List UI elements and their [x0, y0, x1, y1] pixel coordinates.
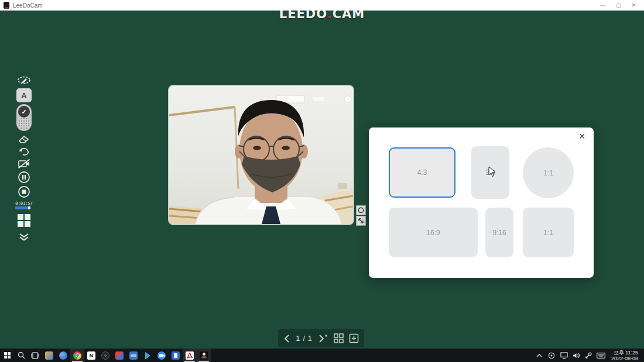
shape-handle-icon[interactable]	[356, 205, 366, 215]
pause-icon[interactable]	[16, 171, 32, 184]
maximize-button[interactable]: ▢	[616, 2, 621, 8]
page-grid-icon[interactable]	[334, 333, 344, 343]
aspect-option-16-9[interactable]: 16:9	[389, 208, 478, 257]
resize-handle-icon[interactable]	[356, 216, 366, 226]
search-icon[interactable]	[14, 349, 28, 362]
brush-opacity-group: ✓	[16, 104, 32, 131]
add-page-icon[interactable]	[349, 333, 359, 343]
taskbar-app-media-player[interactable]	[141, 349, 155, 362]
notion-letter: N	[90, 353, 94, 358]
recording-timer: 0:01:57	[15, 201, 33, 209]
taskbar-app-blue[interactable]	[169, 349, 183, 362]
tray-link-icon[interactable]	[583, 349, 594, 362]
leedocam-app-window: LeeDoCam — ▢ ✕ LEEDO.CAM A ✓	[0, 0, 644, 362]
task-view-icon[interactable]	[28, 349, 42, 362]
pen-rotate-icon[interactable]	[16, 74, 32, 87]
aspect-option-label: 16:9	[426, 229, 440, 237]
eraser-icon[interactable]	[16, 133, 32, 144]
left-toolbar: A ✓ 0:01:57	[16, 74, 32, 242]
taskbar-app-blue-sphere[interactable]	[56, 349, 70, 362]
taskbar-app-fan[interactable]	[98, 349, 112, 362]
windows-taskbar: N	[0, 349, 644, 362]
page-navigation-bar: 1 / 1	[278, 329, 364, 347]
halftone-icon[interactable]	[18, 118, 30, 129]
taskbar-app-zoom[interactable]	[155, 349, 169, 362]
logo-dot: .	[327, 11, 333, 21]
aspect-option-3-4[interactable]: 3:4	[471, 146, 509, 199]
aspect-option-label: 1:1	[543, 169, 553, 177]
start-button[interactable]	[0, 349, 14, 362]
aspect-option-label: 9:16	[492, 229, 506, 237]
logo-right: CAM	[333, 11, 365, 21]
aspect-option-4-3[interactable]: 4:3	[389, 147, 455, 198]
close-button[interactable]: ✕	[631, 2, 636, 8]
webcam-video[interactable]	[168, 85, 354, 225]
main-canvas: LEEDO.CAM A ✓	[0, 11, 644, 349]
window-title: LeeDoCam	[13, 2, 43, 9]
aspect-option-9-16[interactable]: 9:16	[485, 208, 513, 257]
logo-left: LEEDO	[279, 11, 327, 21]
minimize-button[interactable]: —	[600, 2, 605, 8]
tray-volume-icon[interactable]	[571, 349, 582, 362]
clock-date: 2022-08-08	[611, 356, 638, 361]
text-tool-label: A	[21, 91, 26, 100]
taskbar-app-media-folder[interactable]	[126, 349, 141, 362]
undo-icon[interactable]	[16, 146, 32, 157]
prev-page-icon[interactable]	[283, 334, 290, 343]
taskbar-app-acrobat[interactable]	[183, 349, 197, 362]
taskbar-clock[interactable]: 오후 11:25 2022-08-08	[608, 350, 642, 361]
check-glyph: ✓	[21, 108, 26, 116]
taskbar-app-notion[interactable]: N	[84, 349, 98, 362]
aspect-ratio-dialog: ✕ 4:3 3:4 1:1 16:9 9:16 1:1	[369, 127, 594, 278]
tray-keyboard-icon[interactable]	[595, 349, 607, 362]
stop-icon[interactable]	[16, 185, 32, 198]
aspect-option-1-1-circle[interactable]: 1:1	[523, 147, 574, 198]
taskbar-app-chrome[interactable]	[70, 349, 84, 362]
dialog-close-icon[interactable]: ✕	[577, 130, 587, 142]
camera-off-icon[interactable]	[16, 158, 32, 169]
text-tool-button[interactable]: A	[16, 88, 32, 102]
taskbar-app-movie[interactable]	[112, 349, 126, 362]
collapse-icon[interactable]	[16, 232, 32, 242]
next-page-icon[interactable]	[318, 334, 328, 343]
taskbar-app-paint[interactable]	[42, 349, 56, 362]
aspect-option-label: 1:1	[543, 229, 553, 237]
tray-security-icon[interactable]	[546, 349, 557, 362]
page-indicator: 1 / 1	[296, 335, 312, 343]
leedocam-logo: LEEDO.CAM	[279, 11, 365, 21]
hidden-icons-chevron[interactable]	[534, 349, 545, 362]
check-icon[interactable]: ✓	[18, 106, 30, 118]
webcam-feed-image	[169, 86, 353, 224]
clock-time: 오후 11:25	[611, 350, 638, 356]
app-icon	[4, 2, 9, 9]
aspect-option-label: 4:3	[417, 168, 427, 177]
aspect-option-label: 3:4	[485, 168, 495, 177]
audio-level-bar	[15, 206, 33, 209]
tray-display-icon[interactable]	[559, 349, 570, 362]
taskbar-app-leedocam[interactable]	[197, 349, 211, 362]
video-handle-group	[356, 205, 366, 226]
aspect-option-1-1-square[interactable]: 1:1	[523, 208, 574, 257]
timer-text: 0:01:57	[15, 201, 33, 206]
windows-icon[interactable]	[18, 214, 30, 227]
titlebar: LeeDoCam — ▢ ✕	[0, 0, 644, 11]
